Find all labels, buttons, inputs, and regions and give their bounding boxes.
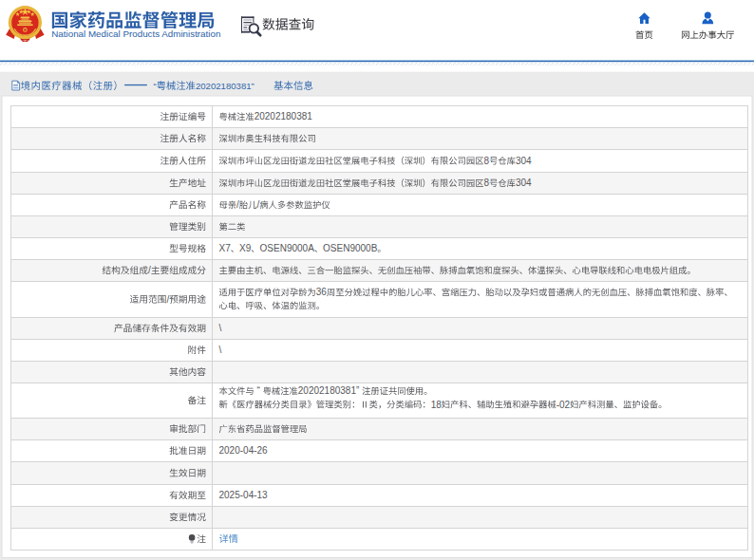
svg-text:/: / [257,199,260,210]
svg-text:“: “ [154,81,157,91]
svg-text:OSEN9000A: OSEN9000A [260,243,315,253]
svg-text:36: 36 [316,287,328,297]
svg-text:20202180381”: 20202180381” [196,81,254,91]
svg-text:X7: X7 [219,243,232,253]
svg-text:8: 8 [484,156,490,166]
svg-text:20202180381”: 20202180381” [298,385,360,396]
svg-text:304: 304 [516,177,532,188]
svg-text:/: / [166,294,169,305]
svg-text:2020-04-26: 2020-04-26 [219,445,269,456]
svg-text:-02: -02 [556,400,571,410]
svg-text:\: \ [219,323,222,333]
svg-text:20202180381: 20202180381 [254,111,313,121]
svg-text:“: “ [257,385,260,396]
svg-text:OSEN9000B: OSEN9000B [323,243,378,253]
svg-text:8: 8 [484,177,490,188]
svg-text:/: / [148,265,151,275]
svg-text:X9: X9 [239,243,252,253]
svg-text:\: \ [219,345,222,355]
svg-text:National Medical Products Admi: National Medical Products Administration [51,28,220,39]
svg-text:304: 304 [516,156,532,166]
svg-text:/: / [236,199,239,210]
svg-text:18: 18 [431,400,443,410]
svg-text:2025-04-13: 2025-04-13 [219,490,269,500]
